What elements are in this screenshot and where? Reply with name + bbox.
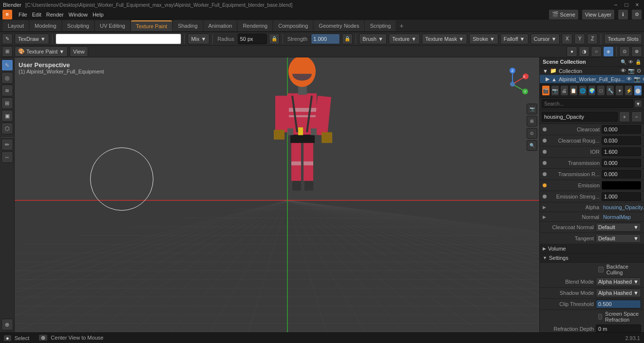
settings-section-header[interactable]: ▼ Settings [540,253,644,263]
tab-scripting[interactable]: Scripting [365,20,396,31]
x-axis-btn[interactable]: X [562,34,572,44]
tab-animation[interactable]: Animation [204,20,237,31]
clearcoat-roughness-dot[interactable] [543,139,547,143]
normal-value[interactable]: NormalMap [601,214,641,220]
smear-tool[interactable]: ≋ [1,85,13,96]
material-slot-list[interactable]: housing_Opacity [542,112,618,122]
falloff-dropdown[interactable]: Falloff ▼ [500,34,529,44]
emission-color[interactable] [602,181,641,190]
modifier-props-icon[interactable]: 🔧 [606,85,614,96]
camera-view-btn[interactable]: 📷 [527,104,537,114]
world-props-icon[interactable]: 🌍 [588,85,596,96]
annotate-tool[interactable]: ✏ [1,139,13,150]
camera-icon[interactable]: 📷 [628,68,635,74]
brush-dropdown[interactable]: Brush ▼ [359,34,387,44]
radius-lock-icon[interactable]: 🔒 [269,34,280,44]
filter-icon[interactable]: ▼ [634,100,642,108]
restrict-render-icon[interactable]: ⊙ [637,68,641,74]
clip-threshold-value[interactable]: 0.500 [596,300,641,308]
draw-tool-button[interactable]: ✎ [2,34,13,44]
tab-modeling[interactable]: Modeling [30,20,61,31]
blend-mode-dropdown[interactable]: Mix ▼ [188,34,209,44]
zoom-btn[interactable]: 🔍 [527,140,537,151]
tab-rendering[interactable]: Rendering [238,20,272,31]
viewport-shading-texture[interactable]: ◈ [603,46,614,57]
add-material-btn[interactable]: + [619,111,630,122]
clearcoat-dot[interactable] [543,127,547,131]
viewport-icon1[interactable]: ⊞ [2,46,13,57]
color-swatch[interactable] [56,34,182,44]
z-axis-btn[interactable]: Z [587,34,598,44]
view-menu[interactable]: View [70,46,88,57]
y-axis-btn[interactable]: Y [574,34,585,44]
cursor-dropdown[interactable]: Cursor ▼ [530,34,560,44]
viewlayer-selector[interactable]: View Layer [582,9,615,20]
transmission-value[interactable]: 0.000 [602,159,641,167]
mask-tool[interactable]: ⬡ [1,123,13,134]
viewport-overlay-btn[interactable]: ⊙ [619,46,630,57]
transmission-roughness-dot[interactable] [543,172,547,176]
material-props-icon[interactable]: ⬤ [634,85,642,96]
transmission-roughness-value[interactable]: 0.000 [602,170,641,179]
volume-section-header[interactable]: ▶ Volume [540,244,644,253]
emission-dot[interactable] [543,183,547,187]
perspective-ortho-btn[interactable]: ⊞ [527,116,537,126]
measure-tool[interactable]: ↔ [1,151,13,163]
particles-icon[interactable]: ✦ [615,85,624,96]
ior-value[interactable]: 1.600 [602,147,641,156]
tab-sculpting[interactable]: Sculpting [62,20,94,31]
output-props-icon[interactable]: 🖨 [560,85,568,96]
cursor-tool[interactable]: ⊕ [1,319,13,330]
texture-paint-mode[interactable]: 🎨 Texture Paint ▼ [15,46,68,57]
texture-slots-btn[interactable]: Texture Slots [604,34,642,44]
menu-render[interactable]: Render [46,12,64,18]
shadow-mode-dropdown[interactable]: Alpha Hashed ▼ [596,289,641,297]
clearcoat-roughness-value[interactable]: 0.030 [602,136,641,145]
local-global-btn[interactable]: ⊙ [527,128,537,139]
tab-layout[interactable]: Layout [3,20,29,31]
tangent-dropdown[interactable]: Default ▼ [596,234,641,243]
blender-logo-icon[interactable]: B [2,9,13,20]
menu-help[interactable]: Help [93,12,104,18]
ior-dot[interactable] [543,150,547,154]
clone-tool[interactable]: ⊞ [1,97,13,109]
draw-brush-tool[interactable]: ✎ [1,59,13,71]
object-row[interactable]: ▶ ▲ Alpinist_Worker_Full_Equ... 👁 📷 ⊙ [540,75,644,83]
3d-viewport[interactable]: User Perspective (1) Alpinist_Worker_Ful… [15,57,539,332]
fill-tool[interactable]: ▣ [1,110,13,122]
scene-props-icon2[interactable]: 🌐 [579,85,587,96]
scene-props-icon[interactable]: 🎬 [542,85,550,96]
eye-icon[interactable]: 👁 [626,76,632,82]
tab-texture-paint[interactable]: Texture Paint [131,20,172,31]
info-icon[interactable]: ℹ [618,9,628,20]
texture-mask-dropdown[interactable]: Texture Mask ▼ [422,34,467,44]
eye-icon[interactable]: 👁 [621,68,626,74]
camera-icon[interactable]: 📷 [634,76,641,82]
physics-icon[interactable]: ⚡ [625,85,633,96]
viewport-shading-solid[interactable]: ● [567,46,577,57]
tab-uv-editing[interactable]: UV Editing [95,20,130,31]
transmission-dot[interactable] [543,161,547,165]
emission-strength-value[interactable]: 1.000 [602,192,641,201]
restrict-icon[interactable]: 🔒 [635,59,641,65]
close-button[interactable]: × [633,1,641,9]
eye-icon[interactable]: 👁 [628,59,633,65]
preferences-icon[interactable]: ⚙ [631,9,642,20]
maximize-button[interactable]: □ [623,1,630,9]
menu-file[interactable]: File [19,12,27,18]
strength-input[interactable]: 1.000 [311,34,340,44]
add-workspace-button[interactable]: + [397,22,406,30]
scene-selector[interactable]: 🎬 Scene [549,9,579,20]
gizmo-btn[interactable]: ⊕ [631,46,642,57]
object-props-icon[interactable]: □ [597,85,605,96]
refraction-depth-value[interactable]: 0 m [596,325,641,332]
tab-compositing[interactable]: Compositing [273,20,313,31]
viewport-shading-material[interactable]: ◑ [579,46,589,57]
properties-search-input[interactable] [542,99,633,108]
menu-window[interactable]: Window [69,12,88,18]
texdraw-dropdown[interactable]: TexDraw ▼ [15,34,49,44]
remove-material-btn[interactable]: − [631,111,642,122]
emission-strength-dot[interactable] [543,195,547,199]
filter-icon[interactable]: 🔍 [621,59,626,65]
stroke-dropdown[interactable]: Stroke ▼ [469,34,498,44]
